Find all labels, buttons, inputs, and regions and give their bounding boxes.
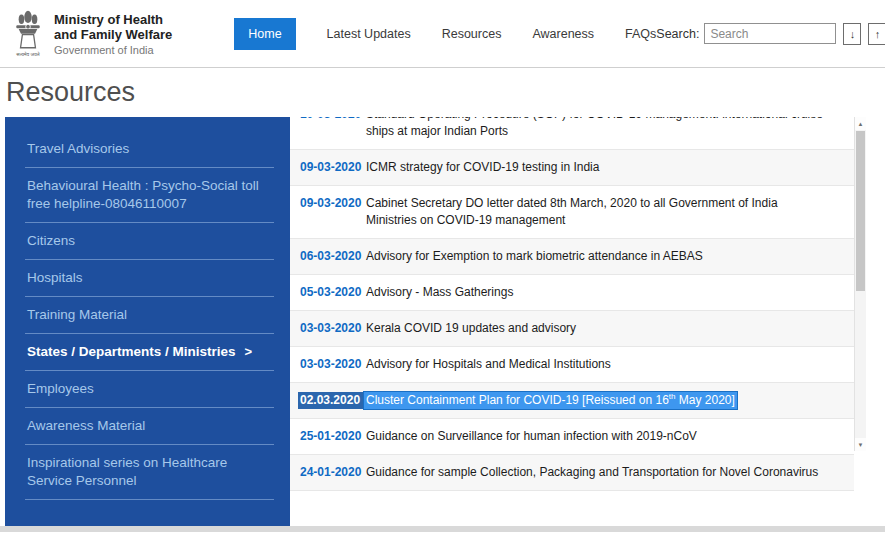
nav-item-faqs[interactable]: FAQs: [625, 27, 656, 41]
nav-item-home[interactable]: Home: [234, 18, 295, 50]
chevron-right-icon: >: [245, 343, 253, 361]
scrollbar-down-button[interactable]: ▼: [855, 438, 866, 451]
resource-title-link[interactable]: Kerala COVID 19 updates and advisory: [366, 320, 576, 337]
resource-date: 02.03.2020: [298, 392, 364, 409]
scrollbar-thumb[interactable]: [856, 131, 865, 291]
sidebar: Travel AdvisoriesBehavioural Health : Ps…: [5, 117, 290, 526]
resource-row[interactable]: 10-03-2020Standard Operating Procedure (…: [290, 117, 854, 150]
nav-item-awareness[interactable]: Awareness: [532, 27, 594, 41]
resource-row[interactable]: 05-03-2020Advisory - Mass Gatherings: [290, 275, 854, 311]
resource-row[interactable]: 09-03-2020Cabinet Secretary DO letter da…: [290, 186, 854, 239]
sidebar-item[interactable]: Behavioural Health : Psycho-Social toll …: [25, 168, 274, 223]
resource-title-link[interactable]: Advisory for Exemption to mark biometric…: [366, 248, 703, 265]
title-text: May 2020]: [675, 393, 734, 407]
resource-date: 03-03-2020: [300, 320, 366, 337]
search-label: Search:: [656, 27, 699, 41]
resource-row[interactable]: 25-01-2020Guidance on Surveillance for h…: [290, 419, 854, 455]
sidebar-list: Travel AdvisoriesBehavioural Health : Ps…: [5, 131, 290, 500]
page-title-bar: Resources: [0, 68, 885, 117]
emblem-of-india-icon: [14, 10, 42, 50]
resource-date: 10-03-2020: [300, 117, 366, 123]
search-next-button[interactable]: ↓: [843, 23, 861, 45]
resource-row[interactable]: 09-03-2020ICMR strategy for COVID-19 tes…: [290, 150, 854, 186]
ministry-name-line1: Ministry of Health: [54, 12, 172, 27]
sidebar-item[interactable]: States / Departments / Ministries>: [25, 334, 274, 371]
resource-title-link[interactable]: ICMR strategy for COVID-19 testing in In…: [366, 159, 599, 176]
up-arrow-icon: ↑: [875, 28, 881, 40]
content-panel: 10-03-2020Standard Operating Procedure (…: [290, 117, 866, 526]
main-area: Travel AdvisoriesBehavioural Health : Ps…: [5, 117, 866, 526]
sidebar-item-label: Training Material: [27, 306, 127, 324]
resource-row[interactable]: 03-03-2020Kerala COVID 19 updates and ad…: [290, 311, 854, 347]
site-title: Ministry of Health and Family Welfare Go…: [54, 12, 172, 56]
resource-row[interactable]: 06-03-2020Advisory for Exemption to mark…: [290, 239, 854, 275]
resource-title-link[interactable]: Advisory for Hospitals and Medical Insti…: [366, 356, 611, 373]
sidebar-item-label: Inspirational series on Healthcare Servi…: [27, 454, 272, 490]
emblem-block: सत्यमेव जयते: [10, 10, 46, 58]
down-arrow-icon: ↓: [850, 28, 856, 40]
resource-date: 06-03-2020: [300, 248, 366, 265]
page-bottom-strip: [0, 526, 885, 532]
resource-title-link[interactable]: Cabinet Secretary DO letter dated 8th Ma…: [366, 195, 824, 229]
title-text: Cluster Containment Plan for COVID-19 [R…: [366, 393, 669, 407]
scrollbar[interactable]: ▲ ▼: [854, 117, 866, 451]
sidebar-item[interactable]: Travel Advisories: [25, 131, 274, 168]
sidebar-item-label: Hospitals: [27, 269, 83, 287]
scroll-down-icon: ▼: [858, 442, 864, 448]
search-input[interactable]: [704, 23, 836, 44]
sidebar-item-label: States / Departments / Ministries: [27, 343, 236, 361]
sidebar-item[interactable]: Awareness Material: [25, 408, 274, 445]
scrollbar-up-button[interactable]: ▲: [855, 117, 866, 130]
resource-date: 03-03-2020: [300, 356, 366, 373]
resource-date: 09-03-2020: [300, 195, 366, 212]
search-area: Search: ↓ ↑: [656, 23, 885, 45]
sidebar-item-label: Awareness Material: [27, 417, 145, 435]
sidebar-item-label: Travel Advisories: [27, 140, 129, 158]
resource-date: 05-03-2020: [300, 284, 366, 301]
site-header: सत्यमेव जयते Ministry of Health and Fami…: [0, 0, 885, 68]
resource-title-link[interactable]: Guidance for sample Collection, Packagin…: [366, 464, 818, 481]
sidebar-item[interactable]: Training Material: [25, 297, 274, 334]
page-title: Resources: [6, 77, 135, 108]
sidebar-item[interactable]: Employees: [25, 371, 274, 408]
main-nav: HomeLatest UpdatesResourcesAwarenessFAQs: [234, 18, 656, 50]
nav-item-latest-updates[interactable]: Latest Updates: [327, 27, 411, 41]
sidebar-item-label: Citizens: [27, 232, 75, 250]
resource-date: 25-01-2020: [300, 428, 366, 445]
sidebar-item-label: Behavioural Health : Psycho-Social toll …: [27, 177, 272, 213]
nav-item-resources[interactable]: Resources: [442, 27, 502, 41]
resource-row[interactable]: 02.03.2020Cluster Containment Plan for C…: [290, 383, 854, 419]
resource-title-link[interactable]: Guidance on Surveillance for human infec…: [366, 428, 697, 445]
resource-title-link[interactable]: Cluster Containment Plan for COVID-19 [R…: [364, 392, 737, 409]
sidebar-item[interactable]: Citizens: [25, 223, 274, 260]
resource-row[interactable]: 03-03-2020Advisory for Hospitals and Med…: [290, 347, 854, 383]
resource-title-link[interactable]: Standard Operating Procedure (SOP) for C…: [366, 117, 824, 140]
government-of-india-label: Government of India: [54, 44, 172, 56]
resource-date: 09-03-2020: [300, 159, 366, 176]
search-prev-button[interactable]: ↑: [868, 23, 885, 45]
ministry-name-line2: and Family Welfare: [54, 27, 172, 42]
scroll-up-icon: ▲: [858, 121, 864, 127]
sidebar-item[interactable]: Hospitals: [25, 260, 274, 297]
resource-date: 24-01-2020: [300, 464, 366, 481]
sidebar-item[interactable]: Inspirational series on Healthcare Servi…: [25, 445, 274, 500]
emblem-caption: सत्यमेव जयते: [16, 51, 39, 58]
sidebar-item-label: Employees: [27, 380, 94, 398]
resource-row[interactable]: 24-01-2020Guidance for sample Collection…: [290, 455, 854, 491]
resource-title-link[interactable]: Advisory - Mass Gatherings: [366, 284, 513, 301]
resource-list: 10-03-2020Standard Operating Procedure (…: [290, 117, 854, 491]
